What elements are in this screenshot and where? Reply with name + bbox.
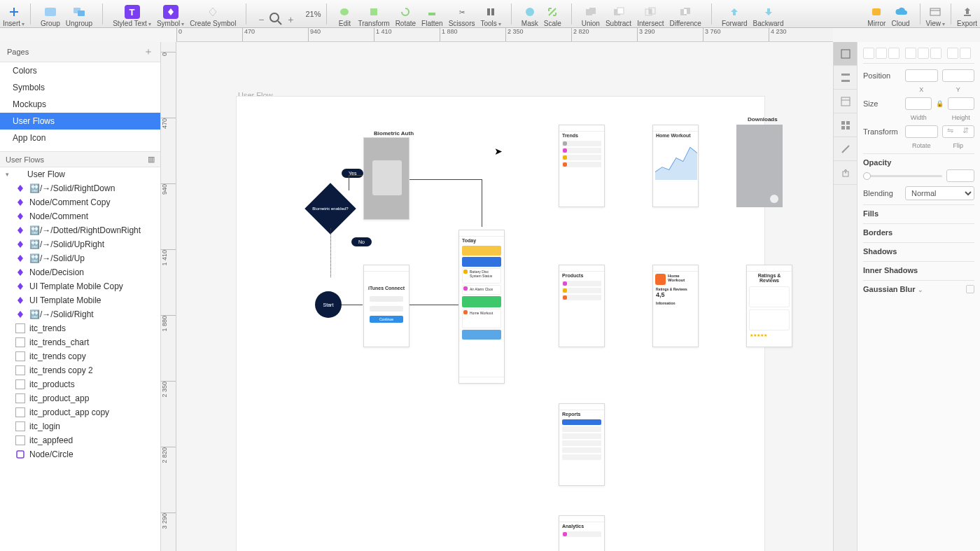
flip-input[interactable]: ⇋⇵ (942, 125, 975, 138)
canvas[interactable]: User Flow Biometric Auth Biometric enabl… (176, 42, 833, 551)
add-page-icon[interactable]: ＋ (144, 46, 153, 58)
intersect-button[interactable]: Intersect (637, 1, 664, 27)
transform-button[interactable]: Transform (358, 1, 389, 27)
zoom-in-button[interactable]: + (286, 15, 295, 25)
layer-row[interactable]: itc_trends (0, 321, 160, 335)
insert-button[interactable]: Insert (3, 1, 24, 27)
mockup-today[interactable]: Today Battery Disc System Status Air Ala… (458, 230, 505, 384)
distribute-v-icon[interactable] (960, 48, 971, 59)
size-h-input[interactable] (948, 97, 974, 110)
outline-filter-icon[interactable]: ▥ (148, 155, 155, 164)
align-left-icon[interactable] (863, 48, 874, 59)
section-shadows[interactable]: Shadows (863, 242, 974, 258)
mockup-biometric[interactable] (363, 137, 410, 220)
layer-row[interactable]: 🔛/→/Solid/RightDown (0, 181, 160, 195)
page-item[interactable]: Mockups (0, 96, 160, 113)
difference-button[interactable]: Difference (670, 1, 701, 27)
edit-button[interactable]: Edit (337, 1, 352, 27)
page-item[interactable]: Visuals (0, 146, 160, 152)
mockup-downloads-map[interactable] (736, 125, 783, 207)
align-bottom-icon[interactable] (930, 48, 941, 59)
page-item[interactable]: Symbols (0, 79, 160, 96)
position-y-input[interactable] (942, 69, 975, 82)
page-item[interactable]: Colors (0, 62, 160, 79)
layer-row[interactable]: itc_trends copy 2 (0, 363, 160, 377)
layer-row[interactable]: UI Template Mobile Copy (0, 279, 160, 293)
opacity-input[interactable] (946, 169, 974, 182)
view-button[interactable]: View (926, 1, 946, 27)
union-button[interactable]: Union (582, 1, 600, 27)
tab-resize[interactable] (834, 137, 857, 161)
section-inner-shadows[interactable]: Inner Shadows (863, 261, 974, 277)
position-x-input[interactable] (905, 69, 938, 82)
size-w-input[interactable] (905, 97, 932, 110)
layer-row[interactable]: itc_appfeed (0, 433, 160, 447)
continue-button[interactable]: Continue (370, 316, 403, 323)
rotate-input[interactable] (905, 125, 938, 138)
layer-row[interactable]: Node/Circle (0, 447, 160, 461)
layer-row[interactable]: itc_product_app (0, 391, 160, 405)
mockup-trends[interactable]: Trends (559, 125, 605, 207)
mockup-analytics[interactable]: Analytics (559, 515, 605, 551)
zoom-out-button[interactable]: − (256, 15, 266, 25)
page-item[interactable]: User Flows (0, 113, 160, 130)
layer-row[interactable]: itc_trends copy (0, 349, 160, 363)
ungroup-button[interactable]: Ungroup (66, 1, 92, 27)
lock-aspect-icon[interactable]: 🔒 (936, 100, 944, 107)
tab-align-top[interactable] (834, 66, 857, 90)
flatten-button[interactable]: Flatten (421, 1, 443, 27)
scale-button[interactable]: Scale (544, 1, 561, 27)
layer-row[interactable]: ▾User Flow (0, 167, 160, 181)
layer-row[interactable]: Node/Comment (0, 209, 160, 223)
export-button[interactable]: Export (957, 1, 977, 27)
blending-select[interactable]: Normal (905, 186, 974, 200)
mockup-reports[interactable]: Reports (559, 403, 605, 486)
group-button[interactable]: Group (41, 1, 60, 27)
align-top-icon[interactable] (905, 48, 916, 59)
section-fills[interactable]: Fills (863, 204, 974, 221)
tools-button[interactable]: Tools (480, 1, 500, 27)
page-item[interactable]: App Icon (0, 130, 160, 146)
symbol-button[interactable]: Symbol (157, 1, 184, 27)
mask-button[interactable]: Mask (522, 1, 538, 27)
layer-row[interactable]: 🔛/→/Solid/UpRight (0, 237, 160, 251)
layer-row[interactable]: 🔛/→/Solid/Up (0, 251, 160, 265)
subtract-button[interactable]: Subtract (606, 1, 631, 27)
create-symbol-button[interactable]: Create Symbol (190, 1, 236, 27)
node-decision[interactable]: Biometric enabled? (304, 183, 356, 235)
layer-row[interactable]: UI Template Mobile (0, 293, 160, 307)
layer-row[interactable]: itc_login (0, 419, 160, 433)
mockup-ratings[interactable]: Ratings & Reviews ★★★★★ (746, 265, 792, 347)
artboard-user-flow[interactable]: Biometric Auth Biometric enabled? Yes No… (237, 97, 764, 551)
layer-row[interactable]: itc_products (0, 377, 160, 391)
section-borders[interactable]: Borders (863, 223, 974, 239)
align-right-icon[interactable] (888, 48, 899, 59)
tab-grid[interactable] (834, 113, 857, 137)
layer-row[interactable]: 🔛/→/Solid/Right (0, 307, 160, 321)
tab-export[interactable] (834, 161, 857, 185)
mockup-itunes[interactable]: iTunes Connect Continue (363, 265, 410, 347)
layer-row[interactable]: Node/Comment Copy (0, 195, 160, 209)
layer-row[interactable]: itc_product_app copy (0, 405, 160, 419)
section-gaussian-blur[interactable]: Gaussian Blur ⌄ (863, 280, 974, 296)
forward-button[interactable]: Forward (722, 1, 748, 27)
align-center-v-icon[interactable] (918, 48, 929, 59)
layer-row[interactable]: Node/Decision (0, 265, 160, 279)
mockup-homeworkout-detail[interactable]: Home Workout Ratings & Reviews 4,5 Infor… (652, 265, 699, 347)
align-center-h-icon[interactable] (876, 48, 887, 59)
rotate-button[interactable]: Rotate (396, 1, 416, 27)
distribute-h-icon[interactable] (947, 48, 958, 59)
styled-text-button[interactable]: TStyled Text (113, 1, 151, 27)
zoom-percentage[interactable]: 21% (305, 1, 321, 27)
mockup-products[interactable]: Products (559, 265, 605, 347)
mirror-button[interactable]: Mirror (867, 1, 886, 27)
tab-design[interactable] (834, 42, 857, 66)
mockup-homeworkout-chart[interactable]: Home Workout (652, 125, 699, 207)
tab-layout[interactable] (834, 90, 857, 113)
backward-button[interactable]: Backward (753, 1, 784, 27)
scissors-button[interactable]: ✂︎Scissors (449, 1, 475, 27)
cloud-button[interactable]: Cloud (891, 1, 909, 27)
layer-row[interactable]: itc_trends_chart (0, 335, 160, 349)
node-start[interactable]: Start (315, 291, 342, 318)
opacity-slider[interactable] (863, 175, 942, 177)
